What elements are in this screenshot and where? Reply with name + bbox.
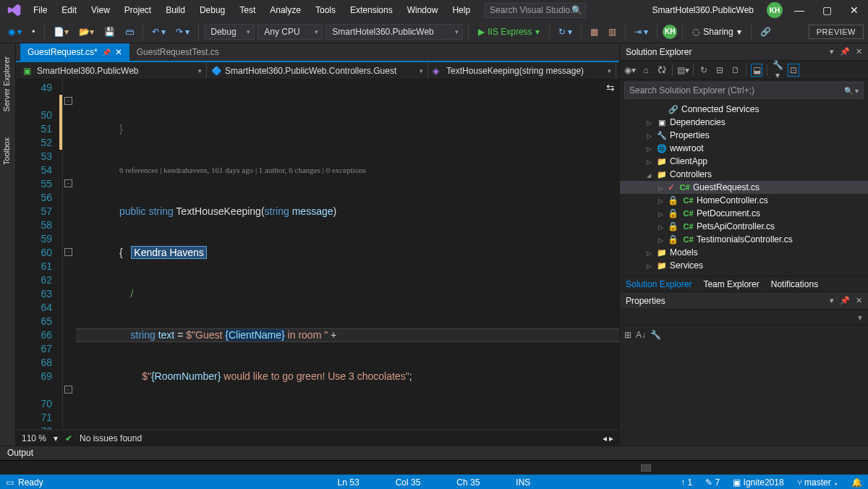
- nav-forward-button[interactable]: •: [28, 25, 38, 39]
- run-button[interactable]: ▶ IIS Express ▾: [474, 25, 543, 38]
- zoom-level[interactable]: 110 %: [22, 433, 46, 443]
- menu-build[interactable]: Build: [158, 2, 192, 18]
- tree-item[interactable]: ✓C#GuestRequest.cs: [620, 181, 868, 194]
- menu-edit[interactable]: Edit: [54, 2, 84, 18]
- repository-name[interactable]: ▣ Ignite2018: [733, 477, 783, 488]
- toolbox-tab[interactable]: Toolbox: [0, 132, 15, 171]
- collapse-icon[interactable]: ⊟: [714, 65, 726, 75]
- view-code-icon[interactable]: ⊡: [788, 64, 799, 77]
- home-icon[interactable]: ⌂: [640, 65, 652, 75]
- maximize-button[interactable]: ▢: [816, 4, 838, 16]
- codelens[interactable]: 6 references | kendrahavens, 161 days ag…: [76, 163, 619, 177]
- tab-solution-explorer[interactable]: Solution Explorer: [620, 277, 697, 292]
- notifications-bell-icon[interactable]: 🔔: [851, 477, 862, 488]
- nav-member-combo[interactable]: ◈TextHouseKeeping(string message): [428, 62, 616, 79]
- menu-extensions[interactable]: Extensions: [343, 2, 400, 18]
- menu-window[interactable]: Window: [400, 2, 446, 18]
- pin-icon[interactable]: 📌: [840, 47, 850, 56]
- menu-project[interactable]: Project: [117, 2, 158, 18]
- menu-analyze[interactable]: Analyze: [263, 2, 308, 18]
- tab-team-explorer[interactable]: Team Explorer: [697, 277, 765, 292]
- quick-launch-search[interactable]: Search Visual Studio...🔍: [485, 3, 586, 18]
- new-project-button[interactable]: 📄▾: [50, 25, 72, 39]
- undo-button[interactable]: ↶ ▾: [148, 25, 169, 39]
- tree-item[interactable]: 📁Controllers: [620, 168, 868, 181]
- open-file-button[interactable]: 📂▾: [75, 25, 98, 39]
- server-explorer-tab[interactable]: Server Explorer: [0, 51, 15, 117]
- tree-item[interactable]: 🔒C#HomeController.cs: [620, 194, 868, 207]
- doc-tab[interactable]: GuestRequest.cs*📌✕: [20, 43, 129, 61]
- properties-icon[interactable]: 🔧▾: [772, 60, 783, 80]
- menu-help[interactable]: Help: [445, 2, 477, 18]
- refresh-icon[interactable]: ↻ ▾: [555, 25, 576, 39]
- sharing-button[interactable]: ◌ Sharing ▾: [688, 27, 745, 37]
- minimize-button[interactable]: —: [788, 4, 810, 16]
- nav-project-combo[interactable]: ▣SmartHotel360.PublicWeb: [19, 62, 207, 79]
- doc-tab[interactable]: GuestRequestTest.cs: [129, 43, 226, 61]
- tree-item[interactable]: 📁Services: [620, 259, 868, 272]
- menu-debug[interactable]: Debug: [192, 2, 232, 18]
- tree-item[interactable]: ▣Dependencies: [620, 116, 868, 129]
- issues-text: No issues found: [80, 433, 142, 443]
- tree-item[interactable]: 🔒C#TestimonialsController.cs: [620, 233, 868, 246]
- platform-combo[interactable]: Any CPU: [258, 24, 323, 40]
- dropdown-icon[interactable]: ▾: [830, 47, 834, 56]
- menu-file[interactable]: File: [26, 2, 54, 18]
- editor-panel: GuestRequest.cs*📌✕GuestRequestTest.cs ▣S…: [16, 43, 619, 446]
- sort-icon[interactable]: A↓: [636, 330, 646, 340]
- user-avatar[interactable]: KH: [767, 2, 783, 18]
- nav-back-button[interactable]: ◉ ▾: [4, 25, 25, 39]
- properties-panel: Properties▾📌✕ ▾ ⊞A↓🔧: [620, 292, 868, 446]
- nav-class-combo[interactable]: 🔷SmartHotel360.PublicWeb.Controllers.Gue…: [207, 62, 428, 79]
- save-all-button[interactable]: 🗃: [122, 25, 137, 39]
- navigation-bar: ▣SmartHotel360.PublicWeb 🔷SmartHotel360.…: [16, 62, 619, 80]
- tree-item[interactable]: 📁Models: [620, 246, 868, 259]
- solution-tree[interactable]: 🔗Connected Services▣Dependencies🔧Propert…: [620, 101, 868, 276]
- pin-icon[interactable]: 📌: [102, 48, 111, 56]
- tree-item[interactable]: 🔗Connected Services: [620, 103, 868, 116]
- browser-link-icon[interactable]: ▦: [587, 25, 602, 39]
- tool-icon[interactable]: ▥: [605, 25, 620, 39]
- close-icon[interactable]: ✕: [856, 296, 862, 305]
- close-icon[interactable]: ✕: [856, 47, 862, 56]
- live-share-avatar[interactable]: KH: [663, 25, 677, 39]
- sync-icon[interactable]: 🗘: [656, 65, 668, 75]
- pin-icon[interactable]: 📌: [840, 296, 850, 305]
- filter-icon[interactable]: ▤▾: [677, 65, 689, 75]
- status-col: Col 35: [396, 477, 421, 488]
- split-icon[interactable]: ⇆: [606, 81, 616, 95]
- menu-test[interactable]: Test: [232, 2, 263, 18]
- tree-item[interactable]: 🌐wwwroot: [620, 142, 868, 155]
- code-editor[interactable]: 4950515253545556575859606162636465666768…: [16, 80, 619, 430]
- tree-item[interactable]: 📁ClientApp: [620, 155, 868, 168]
- tab-notifications[interactable]: Notifications: [765, 277, 824, 292]
- status-bar: ▭ Ready Ln 53 Col 35 Ch 35 INS ↑ 1 ✎ 7 ▣…: [0, 475, 868, 489]
- pending-changes-icon[interactable]: ✎ 7: [705, 477, 720, 488]
- method-icon: ◈: [433, 66, 443, 76]
- close-button[interactable]: ✕: [843, 4, 865, 16]
- categorize-icon[interactable]: ⊞: [624, 330, 631, 340]
- branch-name[interactable]: ⑂ master ▾: [797, 477, 838, 488]
- back-history-icon[interactable]: ◉▾: [624, 65, 636, 75]
- menu-tools[interactable]: Tools: [308, 2, 343, 18]
- output-window-tab[interactable]: Output: [0, 446, 868, 460]
- preview-selected-icon[interactable]: ⬓: [751, 64, 762, 77]
- wrench-icon[interactable]: 🔧: [650, 330, 661, 340]
- tree-item[interactable]: 🔒C#PetDocument.cs: [620, 207, 868, 220]
- show-all-icon[interactable]: 🗋: [730, 65, 741, 75]
- solution-explorer-search[interactable]: Search Solution Explorer (Ctrl+;): [624, 82, 864, 99]
- feedback-icon[interactable]: 🔗: [757, 25, 775, 39]
- horizontal-scrollbar[interactable]: [0, 460, 868, 475]
- save-button[interactable]: 💾: [101, 25, 119, 39]
- redo-button[interactable]: ↷ ▾: [172, 25, 193, 39]
- tree-item[interactable]: 🔒C#PetsApiController.cs: [620, 220, 868, 233]
- configuration-combo[interactable]: Debug: [204, 24, 255, 40]
- dropdown-icon[interactable]: ▾: [830, 296, 834, 305]
- refresh-icon[interactable]: ↻: [698, 65, 710, 75]
- close-icon[interactable]: ✕: [115, 47, 122, 57]
- tree-item[interactable]: 🔧Properties: [620, 129, 868, 142]
- startup-project-combo[interactable]: SmartHotel360.PublicWeb: [326, 24, 463, 40]
- menu-view[interactable]: View: [84, 2, 117, 18]
- publish-icon[interactable]: ↑ 1: [681, 477, 692, 488]
- step-icon[interactable]: ⇥ ▾: [631, 25, 652, 39]
